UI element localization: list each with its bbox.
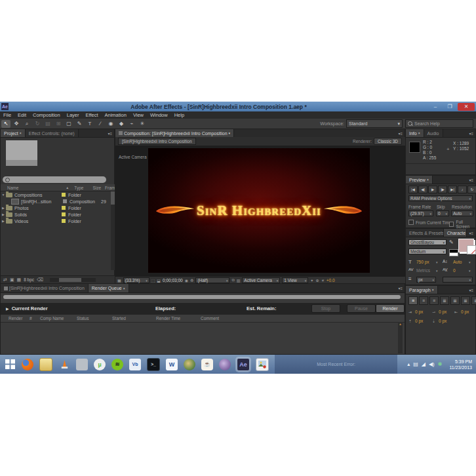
- project-row-videos[interactable]: ▶ Videos Folder: [1, 218, 111, 224]
- space-after-value[interactable]: 0 px: [439, 319, 446, 323]
- transparency-grid-icon[interactable]: ▥: [237, 278, 241, 283]
- space-before-value[interactable]: 0 px: [415, 319, 423, 323]
- tab-preview[interactable]: Preview ×: [406, 176, 433, 184]
- menu-edit[interactable]: Edit: [14, 112, 30, 118]
- expand-icon[interactable]: ▶: [1, 219, 6, 223]
- tab-info[interactable]: Info ×: [406, 129, 424, 137]
- pixel-aspect-icon[interactable]: ✦: [310, 278, 313, 283]
- start-button[interactable]: [4, 359, 16, 370]
- col-number[interactable]: #: [30, 316, 32, 321]
- menu-file[interactable]: File: [0, 112, 14, 118]
- loop-toggle-button[interactable]: ↻: [467, 186, 476, 193]
- stroke-style-dropdown[interactable]: ▾: [443, 277, 473, 283]
- zoom-tool-icon[interactable]: ⌕: [22, 120, 31, 128]
- tab-audio[interactable]: Audio: [424, 129, 443, 137]
- eraser-tool-icon[interactable]: ◆: [117, 120, 126, 128]
- tab-character[interactable]: Characte: [444, 229, 467, 237]
- tab-project[interactable]: Project ×: [1, 129, 26, 137]
- clone-stamp-tool-icon[interactable]: ◉: [106, 120, 115, 128]
- indent-first-line-value[interactable]: 0 px: [439, 309, 446, 314]
- tab-render-queue[interactable]: Render Queue ×: [89, 284, 129, 292]
- chevron-down-icon[interactable]: ▾: [229, 131, 231, 135]
- col-size[interactable]: Size: [92, 186, 101, 190]
- stop-button[interactable]: Stop: [311, 304, 340, 313]
- project-row-solids[interactable]: ▶ Solids Folder: [1, 211, 111, 218]
- label-swatch[interactable]: [62, 193, 66, 197]
- hand-tool-icon[interactable]: ✥: [12, 120, 21, 128]
- terminal-icon[interactable]: >_: [147, 358, 160, 371]
- col-status[interactable]: Status: [77, 316, 89, 321]
- align-center-button[interactable]: ≡: [419, 296, 428, 305]
- globe-app-icon[interactable]: [184, 359, 195, 370]
- justify-last-left-button[interactable]: ≣: [440, 296, 449, 305]
- indent-right-value[interactable]: 0 px: [461, 309, 469, 314]
- project-row-photos[interactable]: ▶ Photos Folder: [1, 205, 111, 211]
- full-screen-checkbox[interactable]: Full Screen: [449, 220, 475, 229]
- minimize-button[interactable]: –: [429, 103, 442, 111]
- tab-close-icon[interactable]: ×: [123, 287, 125, 290]
- vlc-icon[interactable]: [58, 359, 70, 370]
- expand-icon[interactable]: ▶: [1, 206, 6, 210]
- rotate-tool-icon[interactable]: ↻: [33, 120, 42, 128]
- tab-close-icon[interactable]: ×: [432, 288, 434, 292]
- col-name[interactable]: Name: [7, 186, 18, 190]
- 3d-view-dropdown[interactable]: Active Camera ▾: [242, 277, 280, 283]
- bit-depth-label[interactable]: 8 bpc: [24, 277, 34, 282]
- menu-window[interactable]: Window: [147, 112, 171, 118]
- panel-menu-icon[interactable]: ▾≡: [467, 229, 475, 237]
- skip-dropdown[interactable]: 0 ▾: [436, 210, 449, 216]
- stroke-width-dropdown[interactable]: px ▾: [416, 277, 436, 283]
- leading-value[interactable]: Auto: [453, 260, 462, 264]
- action-center-icon[interactable]: ▤: [413, 361, 418, 367]
- frame-rate-dropdown[interactable]: (29.97) ▾: [408, 210, 433, 216]
- first-frame-button[interactable]: |◀: [408, 186, 418, 193]
- expand-current-render-icon[interactable]: ▶: [6, 306, 9, 311]
- render-queue-vscrollbar[interactable]: ▲: [398, 322, 403, 353]
- photo-viewer-icon[interactable]: [256, 358, 269, 371]
- menu-layer[interactable]: Layer: [64, 112, 83, 118]
- chevron-down-icon[interactable]: ▾: [469, 260, 471, 264]
- resolution-dropdown[interactable]: (Half) ▾: [195, 277, 229, 283]
- brush-tool-icon[interactable]: ∕: [96, 120, 105, 128]
- next-frame-button[interactable]: |▶: [438, 186, 447, 193]
- project-row-composition-item[interactable]: [SinR]H...sition Composition 29: [1, 198, 111, 205]
- tab-timeline-comp[interactable]: [SinR]Highbreedxii Intro Composition: [1, 284, 89, 292]
- mask-toggle-icon[interactable]: ⬓: [157, 278, 161, 283]
- col-comp-name[interactable]: Comp Name: [40, 316, 64, 321]
- new-composition-icon[interactable]: ▦: [17, 277, 22, 283]
- tab-close-icon[interactable]: ×: [418, 131, 420, 135]
- indent-left-value[interactable]: 0 px: [415, 309, 423, 314]
- font-family-dropdown[interactable]: GhostBayou ▾: [408, 239, 446, 245]
- tab-composition[interactable]: Composition: [SinR]Highbreedxii Intro Co…: [115, 129, 234, 137]
- trash-icon[interactable]: ⌫: [37, 277, 43, 283]
- network-icon[interactable]: ◢: [422, 361, 426, 367]
- virtualbox-icon[interactable]: Vb: [129, 359, 141, 370]
- word-icon[interactable]: W: [166, 359, 178, 370]
- menu-help[interactable]: Help: [171, 112, 188, 118]
- panel-menu-icon[interactable]: ▾≡: [467, 129, 475, 137]
- show-channel-icon[interactable]: ♽: [190, 278, 193, 283]
- project-row-compositions[interactable]: ▼ Compositions Folder: [1, 191, 111, 198]
- pause-button[interactable]: Pause: [347, 304, 376, 313]
- stroke-color-swatch[interactable]: [467, 245, 476, 254]
- font-size-value[interactable]: 750 px: [416, 260, 429, 264]
- render-button[interactable]: Render: [376, 304, 405, 313]
- exposure-icon[interactable]: ☀: [321, 278, 324, 283]
- eyedropper-icon[interactable]: ✎: [449, 239, 455, 245]
- renderer-button[interactable]: Classic 3D: [374, 138, 402, 145]
- new-folder-icon[interactable]: ▣: [10, 277, 14, 283]
- label-swatch[interactable]: [62, 206, 66, 210]
- align-right-button[interactable]: ≡: [429, 296, 439, 305]
- chevron-down-icon[interactable]: ▾: [436, 269, 438, 273]
- project-search-input[interactable]: [3, 176, 106, 183]
- file-explorer-icon[interactable]: [39, 358, 52, 371]
- tracking-value[interactable]: 0: [453, 268, 456, 273]
- close-button[interactable]: ✕: [458, 103, 475, 111]
- purple-app-icon[interactable]: [219, 359, 231, 370]
- selection-tool-icon[interactable]: ↖: [1, 120, 10, 128]
- comp-viewer[interactable]: Active Camera SinR HighbreedXii: [115, 146, 406, 276]
- panel-menu-icon[interactable]: ▾≡: [467, 176, 475, 184]
- sort-asc-icon[interactable]: ▲: [66, 186, 69, 189]
- label-swatch[interactable]: [63, 199, 67, 203]
- tab-close-icon[interactable]: ×: [427, 178, 429, 182]
